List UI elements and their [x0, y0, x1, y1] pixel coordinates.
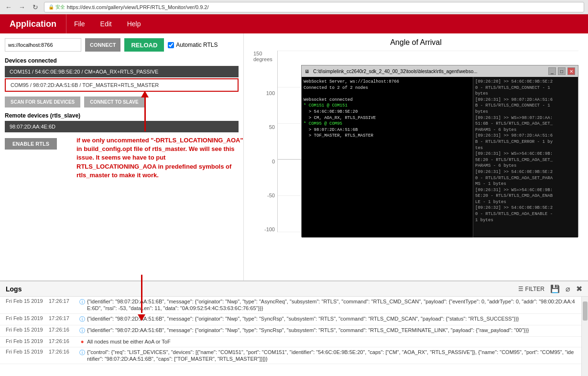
main-content: CONNECT RELOAD Automatic RTLS Devices co…: [0, 33, 588, 280]
enable-rtls-button[interactable]: ENABLE RTLS: [5, 138, 57, 150]
terminal-close-button[interactable]: ✕: [567, 67, 575, 75]
term-r-0: [09:26:20] >> 54:6C:0E:9B:5E:2: [475, 79, 576, 85]
annotation-text: if we only uncommented "-DRTLS_LOCATIONI…: [76, 136, 243, 180]
log-time-1: 17:26:17: [49, 315, 77, 321]
term-r-17: MS - 1 bytes: [475, 181, 576, 187]
device-item-0[interactable]: COM151 / 54:6C:0E:9B:5E:20 / CM+AOA_RX+R…: [5, 66, 239, 77]
forward-button[interactable]: →: [17, 2, 27, 12]
term-line-2: Websocket connected: [304, 97, 471, 103]
arrow-shaft: [144, 96, 146, 131]
logs-actions: ☰ FILTER 💾 ⌀ ✖: [518, 284, 582, 293]
logs-content: Fri Feb 15 2019 17:26:17 ⓘ {"identifier"…: [0, 297, 588, 376]
term-r-2: bytes: [475, 91, 576, 97]
term-line-6: * COM95 @ COM95: [304, 121, 471, 127]
term-line-1: Connected to 2 of 2 nodes: [304, 85, 471, 91]
logs-header: Logs ☰ FILTER 💾 ⌀ ✖: [0, 281, 588, 297]
connect-slave-button[interactable]: CONNECT TO SLAVE: [84, 97, 144, 107]
logs-title: Logs: [6, 285, 22, 293]
log-row-0: Fri Feb 15 2019 17:26:17 ⓘ {"identifier"…: [0, 297, 581, 314]
y-label-1: 100: [266, 90, 275, 96]
term-r-1: 0 - RTLS/RTLS_CMD_CONNECT - 1: [475, 85, 576, 91]
arrow-head: [141, 91, 149, 97]
log-row-4: Fri Feb 15 2019 17:26:16 ⓘ {"control": {…: [0, 347, 581, 365]
term-line-8: > TOF_MASTER, RTLS_MASTER: [304, 133, 471, 139]
log-message-3: All nodes must be either AoA or ToF: [87, 338, 576, 345]
save-logs-button[interactable]: 💾: [550, 284, 560, 293]
auto-rtls-label[interactable]: Automatic RTLS: [168, 42, 218, 48]
y-label-3: 0: [272, 159, 275, 164]
y-label-5: -100: [264, 226, 275, 232]
terminal-maximize-button[interactable]: □: [558, 67, 566, 75]
log-message-2: {"identifier": "98:07:2D:AA:51:6B", "mes…: [87, 327, 576, 333]
logs-scrollbar[interactable]: [581, 297, 588, 376]
connect-button[interactable]: CONNECT: [85, 38, 120, 52]
log-date-3: Fri Feb 15 2019: [6, 338, 49, 344]
term-line-7: > 98:07:2D:AA:51:6B: [304, 127, 471, 133]
log-icon-2: ⓘ: [77, 327, 87, 335]
auto-rtls-checkbox[interactable]: [168, 42, 174, 48]
app-title: Application: [0, 14, 66, 33]
ws-input[interactable]: [5, 38, 81, 52]
term-r-20: LE - 1 bytes: [475, 199, 576, 205]
term-r-15: [09:26:31] >> 54:6C:0E:9B:5E:2: [475, 169, 576, 175]
close-logs-button[interactable]: ✖: [576, 284, 582, 293]
menu-edit[interactable]: Edit: [93, 14, 120, 33]
chart-y-labels: 150 degrees 100 50 0 -50 -100: [253, 51, 277, 232]
log-date-4: Fri Feb 15 2019: [6, 349, 49, 355]
app-menubar: Application File Edit Help: [0, 14, 588, 33]
term-r-3: [09:26:31] >> 98:07:2D:AA:51:6: [475, 97, 576, 103]
term-r-7: 51:6B - RTLS/RTLS_CMD_AOA_SET_: [475, 121, 576, 127]
terminal-right-pane: [09:26:20] >> 54:6C:0E:9B:5E:2 0 - RTLS/…: [473, 77, 578, 237]
clear-logs-button[interactable]: ⌀: [566, 284, 570, 293]
connection-bar: CONNECT RELOAD Automatic RTLS: [5, 38, 239, 52]
remote-device-0[interactable]: 98:07:2D:AA:4E:6D: [5, 121, 239, 132]
menu-file[interactable]: File: [66, 14, 93, 33]
term-r-4: B - RTLS/RTLS_CMD_CONNECT - 1: [475, 103, 576, 109]
term-r-14: PARAMS - 6 bytes: [475, 163, 576, 169]
filter-button[interactable]: ☰ FILTER: [518, 286, 544, 292]
arrow-head-2: [138, 314, 145, 321]
term-line-5: > CM, AOA_RX, RTLS_PASSIVE: [304, 115, 471, 121]
log-message-0: {"identifier": "98:07:2D:AA:51:6B", "mes…: [87, 298, 576, 312]
term-r-16: 0 - RTLS/RTLS_CMD_AOA_SET_PARA: [475, 175, 576, 182]
term-r-18: [09:26:31] >> WS=>54:6C:0E:9B:: [475, 187, 576, 193]
y-label-0: 150 degrees: [253, 51, 275, 62]
term-r-23: 1 bytes: [475, 217, 576, 224]
url-text: https://dev.ti.com/gallery/view/LPRF/RTL…: [67, 4, 209, 10]
browser-bar: ← → ↻ 🔒 安全 https://dev.ti.com/gallery/vi…: [0, 0, 588, 14]
terminal-icon: 🖥: [305, 69, 309, 74]
term-r-19: 5E:20 - RTLS/RTLS_CMD_AOA_ENAB: [475, 193, 576, 199]
logs-body: Fri Feb 15 2019 17:26:17 ⓘ {"identifier"…: [0, 297, 581, 376]
terminal-body: WebSocket Server, ws://localhost:8766 Co…: [302, 77, 578, 237]
log-time-3: 17:26:16: [49, 338, 77, 344]
log-icon-4: ⓘ: [77, 349, 87, 357]
term-r-8: PARAMS - 6 bytes: [475, 127, 576, 133]
term-line-4: > 54:6C:0E:9B:5E:20: [304, 109, 471, 115]
term-r-5: bytes: [475, 109, 576, 115]
term-line-3: * COM151 @ COM151: [304, 103, 471, 109]
terminal-left-pane: WebSocket Server, ws://localhost:8766 Co…: [302, 77, 473, 237]
log-icon-1: ⓘ: [77, 315, 87, 323]
log-time-4: 17:26:16: [49, 349, 77, 355]
log-date-1: Fri Feb 15 2019: [6, 315, 49, 321]
device-item-1[interactable]: COM95 / 98:07:2D:AA:51:6B / TOF_MASTER+R…: [5, 78, 239, 92]
term-r-11: tes: [475, 145, 576, 151]
left-panel: CONNECT RELOAD Automatic RTLS Devices co…: [0, 33, 244, 280]
refresh-button[interactable]: ↻: [31, 2, 40, 12]
scan-button[interactable]: SCAN FOR SLAVE DEVICES: [5, 97, 80, 107]
scrollbar-thumb[interactable]: [583, 301, 588, 321]
aoa-title: Angle of Arrival: [253, 38, 578, 47]
lock-icon: 🔒 安全: [48, 4, 65, 11]
term-r-10: B - RTLS/RTLS_CMD_ERROR - 1 by: [475, 139, 576, 145]
url-bar[interactable]: 🔒 安全 https://dev.ti.com/gallery/view/LPR…: [44, 2, 584, 12]
log-time-2: 17:26:16: [49, 327, 77, 333]
log-message-1: {"identifier": "98:07:2D:AA:51:6B", "mes…: [87, 315, 576, 322]
back-button[interactable]: ←: [4, 2, 13, 12]
term-r-22: 0 - RTLS/RTLS_CMD_AOA_ENABLE -: [475, 211, 576, 217]
terminal-minimize-button[interactable]: _: [548, 67, 556, 75]
grid-line-0: [278, 51, 578, 51]
term-r-6: [09:26:31] >> WS=>98:07:2D:AA:: [475, 115, 576, 121]
menu-help[interactable]: Help: [120, 14, 149, 33]
log-message-4: {"control": {"req": "LIST_DEVICES", "dev…: [87, 349, 576, 363]
reload-button[interactable]: RELOAD: [124, 38, 164, 52]
